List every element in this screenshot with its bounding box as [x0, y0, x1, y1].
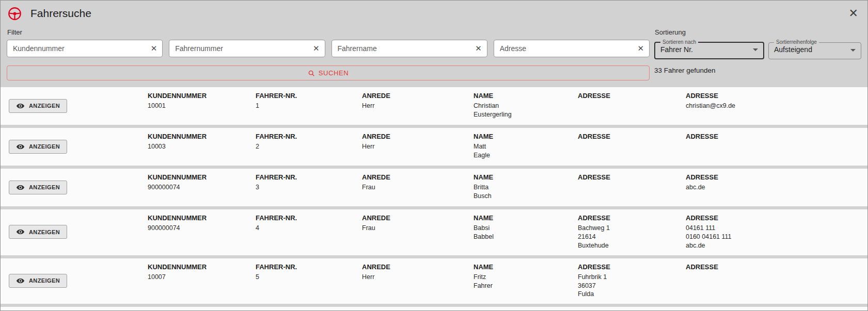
cell-value: Frau	[362, 183, 467, 192]
sortieren-nach-select[interactable]: Sortieren nach Fahrer Nr.	[654, 40, 764, 59]
cell-value: 1	[256, 102, 356, 110]
col-header: ADRESSE	[686, 133, 861, 140]
cell-value: Fuhrbrik 1 36037 Fulda	[578, 273, 680, 299]
col-header: ADRESSE	[686, 263, 861, 271]
cell-value: 10003	[148, 142, 249, 151]
col-header: ADRESSE	[578, 263, 680, 271]
cell-value: Britta Busch	[474, 183, 572, 201]
col-header: ADRESSE	[578, 214, 680, 222]
chevron-down-icon	[850, 49, 856, 52]
result-count: 33 Fahrer gefunden	[654, 67, 861, 74]
cell-value: Bachweg 1 21614 Buxtehude	[578, 224, 680, 250]
anzeigen-label: ANZEIGEN	[29, 277, 60, 284]
sortieren-nach-label: Sortieren nach	[660, 40, 698, 45]
table-row-partial	[1, 307, 867, 311]
sortierreihenfolge-select[interactable]: Sortierreihenfolge Aufsteigend	[768, 40, 861, 59]
anzeigen-button[interactable]: ANZEIGEN	[9, 225, 67, 239]
kundennummer-input[interactable]	[7, 40, 163, 57]
col-header: NAME	[474, 133, 572, 140]
close-icon[interactable]: ✕	[849, 8, 858, 19]
table-row: ANZEIGEN KUNDENNUMMER10003 FAHRER-NR.2 A…	[1, 128, 867, 166]
sort-section: Sortierung Sortieren nach Fahrer Nr. Sor…	[650, 26, 861, 80]
cell-value: 900000074	[148, 224, 249, 233]
page-title: Fahrersuche	[30, 7, 91, 20]
anzeigen-label: ANZEIGEN	[29, 143, 60, 150]
filter-fahrernummer-wrap: ✕	[169, 40, 325, 57]
adresse-input[interactable]	[494, 40, 650, 57]
cell-value: Matt Eagle	[474, 142, 572, 160]
col-header: ADRESSE	[686, 173, 861, 181]
col-header: ADRESSE	[578, 133, 680, 140]
anzeigen-button[interactable]: ANZEIGEN	[9, 181, 67, 194]
table-row: ANZEIGEN KUNDENNUMMER900000074 FAHRER-NR…	[1, 209, 867, 255]
suchen-button[interactable]: SUCHEN	[7, 66, 650, 80]
col-header: FAHRER-NR.	[256, 214, 356, 222]
sort-selects-row: Sortieren nach Fahrer Nr. Sortierreihenf…	[654, 40, 861, 59]
col-header: FAHRER-NR.	[256, 92, 356, 100]
col-header: ADRESSE	[578, 92, 680, 100]
eye-icon	[16, 183, 25, 192]
filter-fahrername-wrap: ✕	[332, 40, 487, 57]
cell-value: Fritz Fahrer	[474, 273, 572, 290]
clear-icon[interactable]: ✕	[475, 44, 482, 53]
fahrername-input[interactable]	[332, 40, 487, 57]
eye-icon	[16, 276, 25, 285]
anzeigen-button[interactable]: ANZEIGEN	[9, 140, 67, 154]
col-header: KUNDENNUMMER	[148, 214, 249, 222]
cell-value: Babsi Babbel	[474, 224, 572, 241]
cell-value: 2	[256, 142, 356, 151]
cell-value: Christian Eustergerling	[474, 102, 572, 119]
clear-icon[interactable]: ✕	[313, 44, 320, 53]
cell-value: 4	[256, 224, 356, 233]
col-header: FAHRER-NR.	[256, 173, 356, 181]
col-header: ANREDE	[362, 263, 467, 271]
col-header: NAME	[474, 263, 572, 271]
eye-icon	[16, 102, 25, 110]
col-header: KUNDENNUMMER	[148, 133, 249, 140]
col-header: ANREDE	[362, 214, 467, 222]
col-header: KUNDENNUMMER	[148, 92, 249, 100]
filter-section: Filter ✕ ✕ ✕ ✕	[7, 26, 650, 80]
anzeigen-label: ANZEIGEN	[29, 103, 60, 109]
anzeigen-button[interactable]: ANZEIGEN	[9, 99, 67, 113]
col-header: ANREDE	[362, 92, 467, 100]
table-row: ANZEIGEN KUNDENNUMMER10001 FAHRER-NR.1 A…	[1, 87, 867, 125]
fahrersuche-dialog: { "colors": { "accent_red": "#e2001a", "…	[0, 0, 868, 311]
col-header: KUNDENNUMMER	[148, 173, 249, 181]
search-icon	[308, 70, 315, 77]
anzeigen-button[interactable]: ANZEIGEN	[9, 274, 67, 288]
cell-value: 3	[256, 183, 356, 192]
sortierreihenfolge-value: Aufsteigend	[774, 45, 846, 54]
col-header: ADRESSE	[686, 214, 861, 222]
eye-icon	[16, 227, 25, 236]
col-header: ADRESSE	[578, 173, 680, 181]
clear-icon[interactable]: ✕	[151, 44, 157, 53]
cell-value: 10007	[148, 273, 249, 282]
cell-value: 900000074	[148, 183, 249, 192]
col-header: FAHRER-NR.	[256, 133, 356, 140]
controls-area: Filter ✕ ✕ ✕ ✕	[1, 26, 867, 80]
col-header: NAME	[474, 214, 572, 222]
col-header: ANREDE	[362, 133, 467, 140]
clear-icon[interactable]: ✕	[637, 44, 644, 53]
steering-wheel-icon	[8, 7, 22, 21]
filter-inputs-row: ✕ ✕ ✕ ✕	[7, 40, 650, 57]
eye-icon	[16, 142, 25, 151]
col-header: NAME	[474, 92, 572, 100]
filter-adresse-wrap: ✕	[494, 40, 650, 57]
filter-kundennummer-wrap: ✕	[7, 40, 163, 57]
col-header: ANREDE	[362, 173, 467, 181]
table-row: ANZEIGEN KUNDENNUMMER900000074 FAHRER-NR…	[1, 169, 867, 206]
sortierung-label: Sortierung	[655, 28, 861, 36]
cell-value: 10001	[148, 102, 249, 110]
anzeigen-label: ANZEIGEN	[29, 184, 60, 190]
suchen-label: SUCHEN	[319, 69, 349, 77]
table-row: ANZEIGEN KUNDENNUMMER10007 FAHRER-NR.5 A…	[1, 258, 867, 304]
chevron-down-icon	[753, 48, 758, 51]
fahrernummer-input[interactable]	[169, 40, 325, 57]
cell-value: Herr	[362, 273, 467, 282]
col-header: FAHRER-NR.	[256, 263, 356, 271]
sortierreihenfolge-label: Sortierreihenfolge	[774, 40, 819, 45]
sortieren-nach-value: Fahrer Nr.	[660, 45, 749, 54]
cell-value: abc.de	[686, 183, 861, 192]
